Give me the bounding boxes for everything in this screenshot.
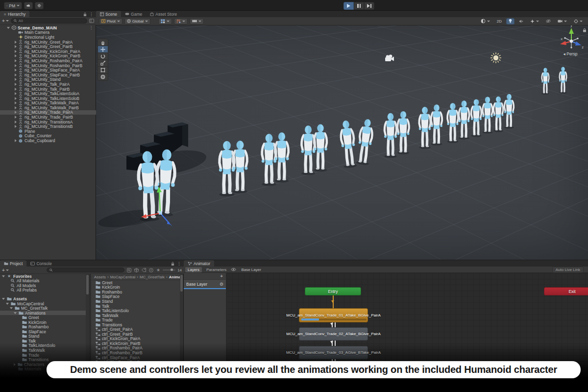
hierarchy-item-rig_MCUnity_Roshambo_PairA[interactable]: rig_MCUnity_Roshambo_PairA [0,58,96,63]
hierarchy-item-rig_MCUnity_TransitionsB[interactable]: rig_MCUnity_TransitionsB [0,124,96,129]
project-file-Roshambo[interactable]: Roshambo [91,290,183,294]
hierarchy-scene-root[interactable]: Scene_Demo_MAIN⋮ [0,25,96,30]
kebab-menu-icon[interactable]: ⋮ [89,12,94,17]
humanoid-figure[interactable] [397,111,409,154]
expander-icon[interactable] [15,125,17,128]
scene-viewport[interactable]: y x z ◂ Persp [96,25,588,260]
hierarchy-item-rig_MCUnity_Roshambo_PairB[interactable]: rig_MCUnity_Roshambo_PairB [0,63,96,68]
expander-icon[interactable] [15,54,17,57]
hierarchy-item-rig_MCUnity_Trade_PairA[interactable]: rig_MCUnity_Trade_PairA [0,110,96,115]
expander-icon[interactable] [15,111,17,114]
project-tree-item-Animations[interactable]: Animations [0,311,89,316]
humanoid-figure[interactable] [504,94,514,129]
scene-visibility-toggle[interactable] [543,18,553,24]
project-tree-item-Stand[interactable]: Stand [0,334,89,339]
effects-button[interactable] [528,18,541,24]
create-asset-button[interactable]: + [2,268,9,273]
humanoid-figure[interactable] [314,124,327,172]
expander-icon[interactable] [15,92,17,95]
expander-icon[interactable] [6,303,9,305]
project-file-KickGroin[interactable]: KickGroin [91,285,183,290]
project-file-Greet[interactable]: Greet [91,280,183,285]
camera-settings-button[interactable] [555,18,569,24]
hierarchy-item-rig_MCUnity_KickGroin_PairB[interactable]: rig_MCUnity_KickGroin_PairB [0,54,96,59]
hierarchy-item-Cube_Counter[interactable]: Cube_Counter [0,134,96,139]
humanoid-figure[interactable] [262,134,276,186]
project-tree-item-All-Materials[interactable]: All Materials [0,279,89,284]
expander-icon[interactable] [7,27,10,29]
project-file-Transitions[interactable]: Transitions [91,322,183,327]
hierarchy-item-Main Camera[interactable]: Main Camera [0,30,96,35]
expander-icon[interactable] [10,307,13,309]
label-tag-icon[interactable] [141,268,147,272]
project-file-ctrl_Greet_PairA[interactable]: ctrl_Greet_PairA [91,327,183,332]
humanoid-figure[interactable] [447,103,458,143]
tab-asset-store[interactable]: Asset Store [146,11,181,17]
hierarchy-search-input[interactable]: All [11,18,87,24]
expander-icon[interactable] [15,116,17,119]
expander-icon[interactable] [15,101,17,104]
project-file-ctrl_Greet_PairB[interactable]: ctrl_Greet_PairB [91,332,183,337]
expander-icon[interactable] [15,121,17,123]
state-node-trade-01[interactable]: MCU_am_StandConv_Trade_01_ATake_BGive_Pa… [299,308,368,322]
expander-icon[interactable] [15,41,17,44]
expander-icon[interactable] [2,275,5,277]
expander-icon[interactable] [2,298,5,300]
package-icon[interactable] [134,268,139,272]
hierarchy-item-rig_MCUnity_SlapFace_PairA[interactable]: rig_MCUnity_SlapFace_PairA [0,68,96,73]
exit-state-node[interactable]: Exit [544,287,588,295]
rotate-tool[interactable] [98,53,108,60]
transition-line[interactable] [335,322,336,327]
camera-gizmo-icon[interactable] [385,55,394,61]
rect-tool[interactable] [98,67,108,74]
hierarchy-item-rig_MCUnity_TransitionsA[interactable]: rig_MCUnity_TransitionsA [0,120,96,124]
thumbnail-size-slider[interactable] [163,270,175,270]
layers-tab[interactable]: Layers [185,267,202,272]
project-tree-item-KickGroin[interactable]: KickGroin [0,320,89,325]
tab-scene[interactable]: Scene [96,11,121,17]
lock-icon[interactable] [83,12,87,17]
expander-icon[interactable] [15,88,17,91]
hierarchy-item-rig_MCUnity_Talk_PairB[interactable]: rig_MCUnity_Talk_PairB [0,87,96,92]
project-tree-item-All-Prefabs[interactable]: All Prefabs [0,288,89,293]
auto-live-link-button[interactable]: Auto Live Link [552,267,584,273]
hierarchy-item-rig_MCUnity_TalkWalk_PairA[interactable]: rig_MCUnity_TalkWalk_PairA [0,101,96,106]
humanoid-figure[interactable] [274,132,289,182]
expander-icon[interactable] [15,69,17,72]
project-tree-item-Favorites[interactable]: ★Favorites [0,274,89,279]
expander-icon[interactable] [15,106,17,109]
draw-mode-button[interactable] [478,18,492,24]
breadcrumb-mc-greettalk[interactable]: MC_GreetTalk [140,275,165,279]
humanoid-figure[interactable] [459,100,470,139]
project-tree-item-Assets[interactable]: Assets [0,296,89,301]
expander-icon[interactable] [15,59,17,62]
hierarchy-item-rig_MCUnity_KickGroin_PairA[interactable]: rig_MCUnity_KickGroin_PairA [0,49,96,54]
hierarchy-item-rig_MCUnity_Stand[interactable]: rig_MCUnity_Stand [0,77,96,82]
breadcrumb-assets[interactable]: Assets [94,275,106,279]
humanoid-figure[interactable] [559,67,567,94]
account-button[interactable]: PM [4,2,22,9]
tab-project[interactable]: Project [0,260,26,267]
orientation-gizmo[interactable]: y x z ◂ Persp [560,25,586,56]
sun-gizmo-icon[interactable] [490,52,501,63]
persp-label[interactable]: ◂ Persp [564,51,578,56]
2d-toggle[interactable]: 2D [494,18,504,24]
hierarchy-item-Cube_Cupboard[interactable]: Cube_Cupboard [0,138,96,143]
eye-icon[interactable] [231,268,236,271]
search-by-type-icon[interactable] [126,268,132,272]
expander-icon[interactable] [15,139,17,142]
parameters-tab[interactable]: Parameters [204,267,229,272]
tab-game[interactable]: Game [121,11,146,17]
expander-icon[interactable] [14,312,17,314]
play-button[interactable] [343,2,354,10]
pause-button[interactable] [354,2,364,10]
humanoid-figure[interactable] [233,141,248,194]
hierarchy-item-rig_MCUnity_Greet_PairA[interactable]: rig_MCUnity_Greet_PairA [0,40,96,45]
project-file-SlapFace[interactable]: SlapFace [91,294,183,299]
expander-icon[interactable] [15,74,17,76]
badge-zero-icon[interactable]: 0 [148,268,154,272]
gizmos-button[interactable] [571,18,585,24]
breadcrumb-mocapcentral[interactable]: MoCapCentral [110,275,136,279]
project-tree-item-MoCapCentral[interactable]: MoCapCentral [0,301,89,306]
state-node-trade-02[interactable]: MCU_am_StandConv_Trade_02_ATake_BGive_Pa… [299,327,368,341]
